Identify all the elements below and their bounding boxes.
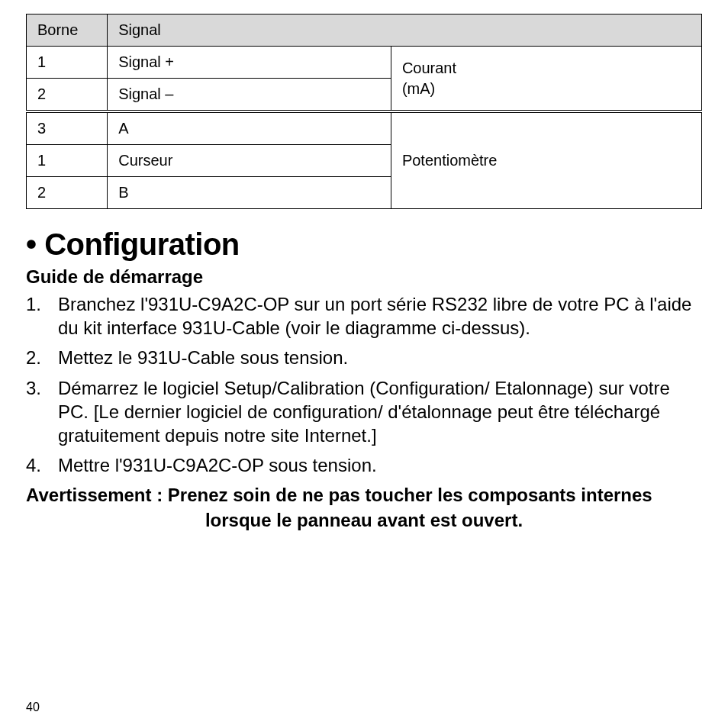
subheading: Guide de démarrage [26, 266, 702, 288]
warning-line1: Avertissement : Prenez soin de ne pas to… [26, 483, 702, 507]
cell-type-courant: Courant (mA) [391, 47, 701, 112]
cell-signal: A [108, 111, 391, 145]
type-line1: Courant [402, 60, 456, 76]
section-heading: Configuration [26, 227, 702, 262]
table-row: 3 A Potentiomètre [27, 111, 702, 145]
steps-list: Branchez l'931U-C9A2C-OP sur un port sér… [26, 292, 702, 477]
col-borne-header: Borne [27, 14, 108, 47]
document-page: Borne Signal 1 Signal + Courant (mA) 2 S… [0, 0, 728, 728]
step-item: Démarrez le logiciel Setup/Calibration (… [26, 376, 702, 448]
cell-borne: 1 [27, 47, 108, 79]
cell-signal: B [108, 177, 391, 209]
cell-signal: Curseur [108, 145, 391, 177]
step-item: Mettre l'931U-C9A2C-OP sous tension. [26, 453, 702, 477]
warning-block: Avertissement : Prenez soin de ne pas to… [26, 483, 702, 533]
cell-borne: 2 [27, 177, 108, 209]
col-signal-header: Signal [108, 14, 702, 47]
signal-table: Borne Signal 1 Signal + Courant (mA) 2 S… [26, 14, 702, 209]
table-row: 1 Signal + Courant (mA) [27, 47, 702, 79]
cell-borne: 1 [27, 145, 108, 177]
step-item: Branchez l'931U-C9A2C-OP sur un port sér… [26, 292, 702, 340]
cell-signal: Signal + [108, 47, 391, 79]
cell-signal: Signal – [108, 79, 391, 112]
cell-borne: 3 [27, 111, 108, 145]
step-item: Mettez le 931U-Cable sous tension. [26, 346, 702, 369]
table-header-row: Borne Signal [27, 14, 702, 47]
warning-line2: lorsque le panneau avant est ouvert. [26, 508, 702, 533]
type-line2: (mA) [402, 80, 435, 97]
cell-borne: 2 [27, 79, 108, 112]
cell-type-potentiometre: Potentiomètre [391, 111, 701, 209]
page-number: 40 [26, 701, 40, 714]
